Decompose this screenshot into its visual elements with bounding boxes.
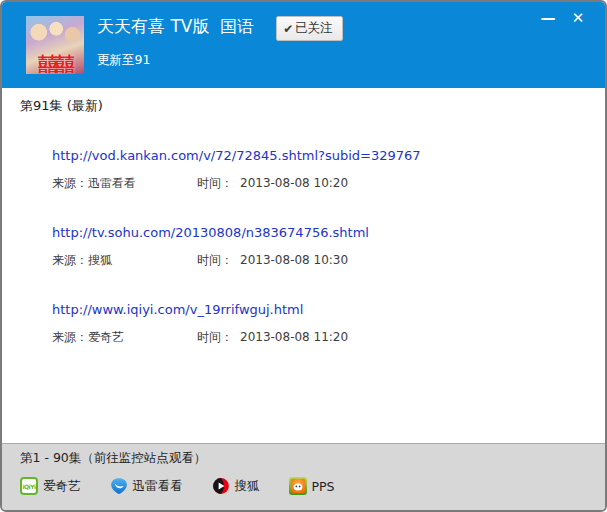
- kankan-icon: [110, 477, 128, 495]
- site-link-kankan[interactable]: 迅雷看看: [110, 477, 183, 495]
- episode-entry: http://vod.kankan.com/v/72/72845.shtml?s…: [52, 145, 587, 192]
- pps-icon: [289, 477, 307, 495]
- show-title: 天天有喜 TV版 国语: [97, 15, 254, 37]
- episode-range-text: 第1 - 90集（前往监控站点观看）: [20, 450, 587, 467]
- site-label: PPS: [312, 479, 335, 494]
- site-link-sohu[interactable]: 搜狐: [212, 477, 260, 495]
- time-label: 时间：: [197, 253, 233, 267]
- time-value: 2013-08-08 11:20: [240, 330, 348, 344]
- update-status: 更新至91: [97, 52, 150, 69]
- site-link-iqiyi[interactable]: iQiYi 爱奇艺: [20, 477, 81, 495]
- app-window: 囍囍 天天有喜 TV版 国语 ✔ 已关注 更新至91 — ✕ 第91集 (最新)…: [0, 0, 607, 512]
- poster-overlay-text: 囍囍: [26, 51, 84, 74]
- source-value: 搜狐: [88, 253, 112, 267]
- iqiyi-icon: iQiYi: [20, 477, 38, 495]
- episode-entry: http://tv.sohu.com/20130808/n383674756.s…: [52, 222, 587, 269]
- time-value: 2013-08-08 10:30: [240, 253, 348, 267]
- time-label: 时间：: [197, 176, 233, 190]
- site-label: 迅雷看看: [133, 478, 183, 495]
- title-bar: 囍囍 天天有喜 TV版 国语 ✔ 已关注 更新至91 — ✕: [2, 2, 605, 88]
- footer-bar: 第1 - 90集（前往监控站点观看） iQiYi 爱奇艺: [2, 443, 605, 510]
- source-label: 来源：: [52, 253, 88, 267]
- poster-thumbnail: 囍囍: [26, 16, 84, 74]
- episode-heading: 第91集 (最新): [20, 97, 587, 115]
- followed-button[interactable]: ✔ 已关注: [276, 16, 343, 41]
- site-label: 爱奇艺: [43, 478, 81, 495]
- site-link-pps[interactable]: PPS: [289, 477, 335, 495]
- episode-entry: http://www.iqiyi.com/v_19rrifwguj.html 来…: [52, 299, 587, 346]
- source-label: 来源：: [52, 176, 88, 190]
- check-icon: ✔: [283, 22, 293, 36]
- time-value: 2013-08-08 10:20: [240, 176, 348, 190]
- episode-panel: 第91集 (最新) http://vod.kankan.com/v/72/728…: [2, 88, 605, 443]
- episode-link[interactable]: http://tv.sohu.com/20130808/n383674756.s…: [52, 225, 369, 240]
- close-icon[interactable]: ✕: [563, 7, 593, 29]
- site-label: 搜狐: [235, 478, 260, 495]
- source-value: 爱奇艺: [88, 330, 124, 344]
- minimize-icon[interactable]: —: [533, 7, 563, 29]
- time-label: 时间：: [197, 330, 233, 344]
- sohu-icon: [212, 477, 230, 495]
- followed-button-label: 已关注: [295, 20, 333, 37]
- source-value: 迅雷看看: [88, 176, 136, 190]
- episode-link[interactable]: http://vod.kankan.com/v/72/72845.shtml?s…: [52, 148, 421, 163]
- episode-link[interactable]: http://www.iqiyi.com/v_19rrifwguj.html: [52, 302, 303, 317]
- source-label: 来源：: [52, 330, 88, 344]
